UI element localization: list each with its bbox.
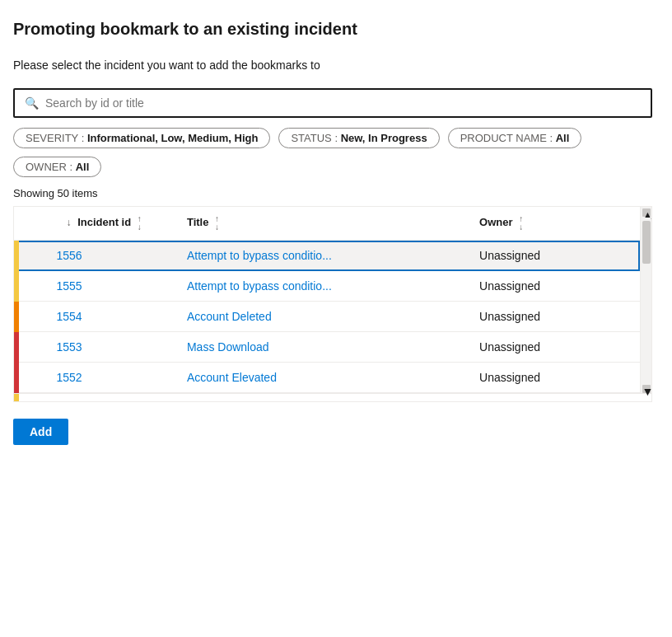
filter-pill-product-name[interactable]: PRODUCT NAME : All: [448, 128, 582, 148]
incident-id-cell: 1556: [44, 241, 180, 271]
scroll-up-arrow[interactable]: ▲: [642, 208, 651, 217]
owner-cell: Unassigned: [473, 271, 640, 302]
table-row[interactable]: 1554Account DeletedUnassigned: [14, 302, 640, 332]
scroll-thumb[interactable]: [642, 221, 651, 264]
add-button[interactable]: Add: [13, 419, 68, 445]
incident-id-cell: 1554: [44, 302, 180, 332]
table-row[interactable]: 1553Mass DownloadUnassigned: [14, 332, 640, 363]
incident-id-link[interactable]: 1555: [57, 279, 82, 293]
th-down-arrow: ↓: [67, 217, 72, 228]
table-row[interactable]: 1552Account ElevatedUnassigned: [14, 363, 640, 393]
search-box: 🔍: [13, 88, 652, 118]
owner-cell: Unassigned: [473, 363, 640, 393]
sort-icons-owner[interactable]: ↑↓: [519, 215, 523, 232]
incident-id-link[interactable]: 1556: [57, 249, 82, 262]
filter-pill-owner[interactable]: OWNER : All: [13, 157, 101, 177]
partial-row-hint: [14, 393, 651, 401]
owner-cell: Unassigned: [473, 241, 640, 271]
showing-count: Showing 50 items: [13, 187, 652, 199]
owner-cell: Unassigned: [473, 302, 640, 332]
incidents-table-wrapper: ↓ Incident id ↑↓ Title ↑↓: [13, 206, 652, 402]
title-link[interactable]: Mass Download: [187, 340, 269, 354]
incident-id-link[interactable]: 1552: [57, 371, 82, 384]
title-cell: Account Deleted: [180, 302, 473, 332]
title-link[interactable]: Attempt to bypass conditio...: [187, 249, 332, 262]
incident-id-link[interactable]: 1553: [57, 340, 82, 354]
incident-id-cell: 1555: [44, 271, 180, 302]
title-cell: Mass Download: [180, 332, 473, 363]
filter-pill-status[interactable]: STATUS : New, In Progress: [278, 128, 439, 148]
table-container: ↓ Incident id ↑↓ Title ↑↓: [14, 207, 640, 393]
th-owner: Owner ↑↓: [473, 207, 640, 241]
partial-severity-bar: [14, 394, 19, 402]
th-severity-spacer: [14, 207, 44, 241]
subtitle: Please select the incident you want to a…: [13, 59, 652, 72]
incidents-table: ↓ Incident id ↑↓ Title ↑↓: [14, 207, 640, 393]
filters-row: SEVERITY : Informational, Low, Medium, H…: [13, 128, 652, 177]
severity-indicator: [14, 271, 44, 302]
severity-indicator: [14, 302, 44, 332]
table-row[interactable]: 1555Attempt to bypass conditio...Unassig…: [14, 271, 640, 302]
title-link[interactable]: Account Deleted: [187, 310, 272, 323]
incident-id-link[interactable]: 1554: [57, 310, 82, 323]
title-cell: Attempt to bypass conditio...: [180, 241, 473, 271]
severity-indicator: [14, 363, 44, 393]
incident-id-cell: 1552: [44, 363, 180, 393]
sort-icons-title[interactable]: ↑↓: [215, 215, 219, 232]
th-incident-id: ↓ Incident id ↑↓: [44, 207, 180, 241]
search-input[interactable]: [45, 96, 641, 110]
th-title: Title ↑↓: [180, 207, 473, 241]
search-icon: 🔍: [25, 96, 39, 110]
filter-pill-severity[interactable]: SEVERITY : Informational, Low, Medium, H…: [13, 128, 270, 148]
title-link[interactable]: Account Elevated: [187, 371, 277, 384]
table-row[interactable]: 1556Attempt to bypass conditio...Unassig…: [14, 241, 640, 271]
sort-icons-incident[interactable]: ↑↓: [138, 215, 142, 232]
incident-id-cell: 1553: [44, 332, 180, 363]
severity-indicator: [14, 332, 44, 363]
scrollbar[interactable]: ▲ ▼: [640, 207, 651, 393]
title-cell: Account Elevated: [180, 363, 473, 393]
title-link[interactable]: Attempt to bypass conditio...: [187, 279, 332, 293]
title-cell: Attempt to bypass conditio...: [180, 271, 473, 302]
page-title: Promoting bookmark to an existing incide…: [13, 20, 652, 39]
scroll-down-arrow[interactable]: ▼: [642, 385, 651, 393]
owner-cell: Unassigned: [473, 332, 640, 363]
severity-indicator: [14, 241, 44, 271]
scroll-track[interactable]: [642, 218, 651, 384]
